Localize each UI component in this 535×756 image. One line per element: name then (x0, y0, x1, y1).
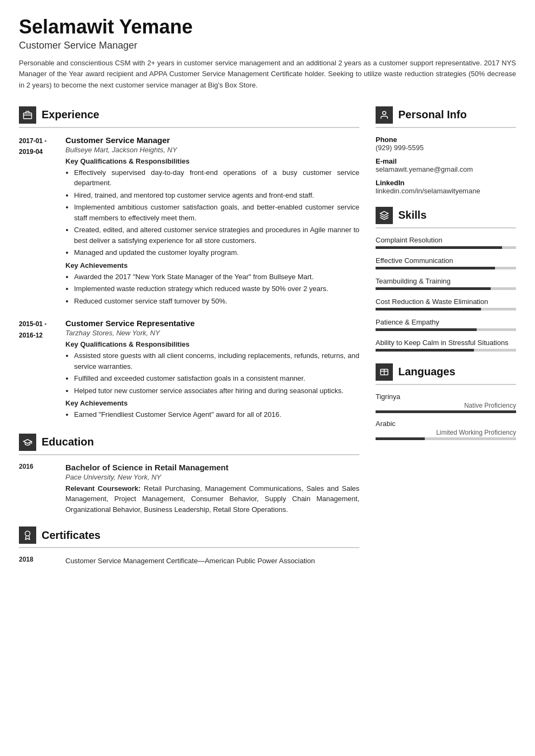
exp-qual-heading-1: Key Qualifications & Responsibilities (65, 157, 359, 165)
list-item: Earned "Friendliest Customer Service Age… (74, 409, 359, 420)
list-item: Created, edited, and altered customer se… (74, 225, 359, 246)
skill-bar-fill (376, 308, 481, 310)
list-item: Helped tutor new customer service associ… (74, 386, 359, 396)
list-item: Hired, trained, and mentored top custome… (74, 190, 359, 201)
edu-coursework-1: Relevant Coursework: Retail Purchasing, … (65, 483, 359, 515)
list-item: Assisted store guests with all client co… (74, 350, 359, 372)
exp-dates-2: 2015-01 - 2016-12 (19, 319, 57, 422)
lang-arabic: Arabic Limited Working Proficiency (376, 420, 516, 440)
cert-year-1: 2018 (19, 556, 57, 566)
list-item: Fulfilled and exceeded customer satisfac… (74, 373, 359, 384)
certificates-section-header: Certificates (19, 526, 359, 548)
experience-item-2: 2015-01 - 2016-12 Customer Service Repre… (19, 319, 359, 422)
svg-rect-0 (24, 113, 32, 119)
personal-info-linkedin: LinkedIn linkedin.com/in/selamawityemane (376, 179, 516, 195)
lang-bar-bg (376, 437, 516, 440)
list-item: Reduced customer service staff turnover … (74, 296, 359, 307)
exp-title-2: Customer Service Representative (65, 319, 359, 328)
certificates-section: Certificates 2018 Customer Service Manag… (19, 526, 359, 566)
skill-bar-bg (376, 246, 516, 249)
personal-info-phone: Phone (929) 999-5595 (376, 136, 516, 152)
lang-bar-fill (376, 410, 516, 413)
edu-year-1: 2016 (19, 463, 57, 515)
left-column: Experience 2017-01 - 2019-04 Customer Se… (19, 106, 359, 578)
exp-achieve-heading-2: Key Achievements (65, 399, 359, 407)
lang-bar-bg (376, 410, 516, 413)
header-section: Selamawit Yemane Customer Service Manage… (19, 16, 516, 91)
skills-section-header: Skills (376, 207, 516, 228)
exp-achieve-heading-1: Key Achievements (65, 261, 359, 269)
skill-bar-fill (376, 287, 491, 290)
skills-items: Complaint Resolution Effective Communica… (376, 236, 516, 352)
languages-items: Tigrinya Native Proficiency Arabic Limit… (376, 393, 516, 440)
main-content: Experience 2017-01 - 2019-04 Customer Se… (19, 106, 516, 578)
list-item: Implemented ambitious customer satisfact… (74, 202, 359, 223)
education-items: 2016 Bachelor of Science in Retail Manag… (19, 463, 359, 515)
cert-item-1: 2018 Customer Service Management Certifi… (19, 556, 359, 566)
skill-bar-bg (376, 308, 516, 310)
exp-qual-list-1: Effectively supervised day-to-day front-… (65, 167, 359, 258)
experience-section: Experience 2017-01 - 2019-04 Customer Se… (19, 106, 359, 422)
exp-company-1: Bullseye Mart, Jackson Heights, NY (65, 146, 359, 154)
list-item: Implemented waste reduction strategy whi… (74, 284, 359, 294)
experience-section-header: Experience (19, 106, 359, 128)
svg-point-3 (383, 111, 386, 114)
lang-tigrinya: Tigrinya Native Proficiency (376, 393, 516, 413)
experience-item-1: 2017-01 - 2019-04 Customer Service Manag… (19, 136, 359, 308)
languages-icon (376, 363, 393, 381)
skill-bar-bg (376, 349, 516, 352)
svg-point-2 (25, 531, 30, 536)
skill-cost-reduction: Cost Reduction & Waste Elimination (376, 298, 516, 310)
languages-title: Languages (398, 366, 456, 378)
exp-achieve-list-2: Earned "Friendliest Customer Service Age… (65, 409, 359, 420)
skill-bar-bg (376, 267, 516, 269)
skill-complaint-resolution: Complaint Resolution (376, 236, 516, 249)
certificates-icon (19, 526, 36, 544)
lang-bar-fill (376, 437, 425, 440)
skill-bar-bg (376, 287, 516, 290)
education-title: Education (42, 436, 94, 448)
summary-text: Personable and conscientious CSM with 2+… (19, 58, 516, 91)
personal-info-section: Personal Info Phone (929) 999-5595 E-mai… (376, 106, 516, 195)
exp-title-1: Customer Service Manager (65, 136, 359, 145)
candidate-title: Customer Service Manager (19, 40, 516, 51)
cert-details-1: Customer Service Management Certificate—… (65, 556, 315, 566)
experience-title: Experience (42, 109, 99, 121)
skill-bar-fill (376, 246, 502, 249)
skill-calm-stressful: Ability to Keep Calm in Stressful Situat… (376, 339, 516, 352)
right-column: Personal Info Phone (929) 999-5595 E-mai… (376, 106, 516, 578)
name-title: Selamawit Yemane Customer Service Manage… (19, 16, 516, 51)
personal-info-title: Personal Info (398, 109, 467, 121)
list-item: Managed and updated the customer loyalty… (74, 247, 359, 258)
experience-icon (19, 106, 36, 124)
exp-qual-list-2: Assisted store guests with all client co… (65, 350, 359, 396)
skills-section: Skills Complaint Resolution Effective Co… (376, 207, 516, 352)
exp-company-2: Tarzhay Stores, New York, NY (65, 329, 359, 337)
exp-qual-heading-2: Key Qualifications & Responsibilities (65, 340, 359, 348)
education-icon (19, 434, 36, 451)
exp-dates-1: 2017-01 - 2019-04 (19, 136, 57, 308)
list-item: Effectively supervised day-to-day front-… (74, 167, 359, 188)
exp-achieve-list-1: Awarded the 2017 "New York State Manager… (65, 272, 359, 307)
experience-items: 2017-01 - 2019-04 Customer Service Manag… (19, 136, 359, 422)
skill-effective-communication: Effective Communication (376, 256, 516, 269)
skill-teambuilding: Teambuilding & Training (376, 277, 516, 290)
certificates-title: Certificates (42, 529, 101, 542)
skills-title: Skills (398, 209, 426, 221)
skill-patience-empathy: Patience & Empathy (376, 318, 516, 331)
exp-details-2: Customer Service Representative Tarzhay … (65, 319, 359, 422)
personal-info-items: Phone (929) 999-5595 E-mail selamawit.ye… (376, 136, 516, 195)
exp-details-1: Customer Service Manager Bullseye Mart, … (65, 136, 359, 308)
skill-bar-fill (376, 349, 474, 352)
skill-bar-bg (376, 328, 516, 331)
candidate-name: Selamawit Yemane (19, 16, 516, 38)
edu-details-1: Bachelor of Science in Retail Management… (65, 463, 359, 515)
personal-info-icon (376, 106, 393, 124)
personal-info-header: Personal Info (376, 106, 516, 128)
languages-section: Languages Tigrinya Native Proficiency Ar… (376, 363, 516, 440)
resume-container: Selamawit Yemane Customer Service Manage… (0, 0, 535, 595)
education-item-1: 2016 Bachelor of Science in Retail Manag… (19, 463, 359, 515)
skill-bar-fill (376, 267, 495, 269)
skill-bar-fill (376, 328, 477, 331)
list-item: Awarded the 2017 "New York State Manager… (74, 272, 359, 282)
